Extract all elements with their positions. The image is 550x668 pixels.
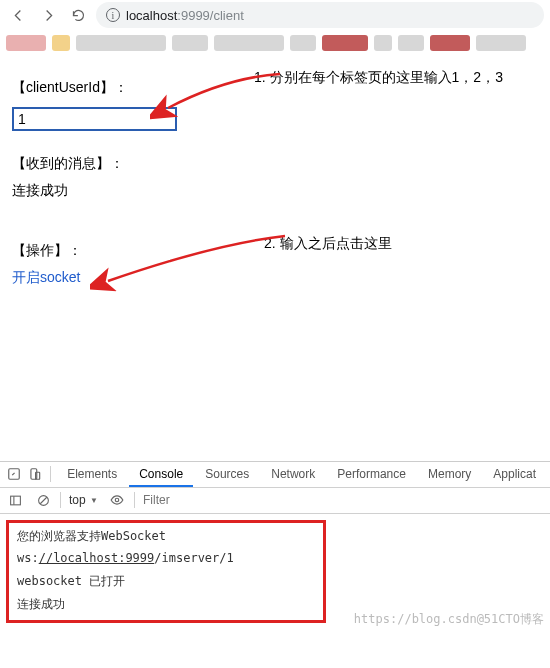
page-content: 【clientUserId】： 【收到的消息】： 连接成功 【操作】： 开启so… [0,56,550,461]
eye-icon[interactable] [106,493,128,507]
device-icon[interactable] [25,467,44,481]
url-text: localhost:9999/client [126,8,244,23]
console-toolbar: top ▼ [0,488,550,514]
client-id-input[interactable] [12,107,177,131]
tab-performance[interactable]: Performance [327,461,416,487]
divider [134,492,135,508]
console-highlight-box: 您的浏览器支持WebSocket ws://localhost:9999/ims… [6,520,326,623]
console-filter-input[interactable] [141,491,546,509]
svg-rect-3 [10,496,20,505]
clear-console-icon[interactable] [32,494,54,507]
bookmarks-bar [0,30,550,56]
operation-label: 【操作】： [12,237,538,264]
client-id-label: 【clientUserId】： [12,74,538,101]
console-line: ws://localhost:9999/imserver/1 [17,547,315,570]
console-line: 连接成功 [17,593,315,616]
divider [50,466,51,482]
tab-network[interactable]: Network [261,461,325,487]
reload-button[interactable] [66,3,90,27]
open-socket-link[interactable]: 开启socket [12,269,80,285]
tab-sources[interactable]: Sources [195,461,259,487]
arrow-right-icon [41,8,56,23]
devtools-panel: Elements Console Sources Network Perform… [0,461,550,633]
arrow-left-icon [11,8,26,23]
svg-point-7 [115,498,119,502]
devtools-tabs: Elements Console Sources Network Perform… [0,462,550,488]
tab-elements[interactable]: Elements [57,461,127,487]
console-line: 您的浏览器支持WebSocket [17,525,315,548]
scope-select-wrap[interactable]: top [67,493,100,507]
browser-toolbar: i localhost:9999/client [0,0,550,30]
scope-select[interactable]: top [67,493,100,507]
divider [60,492,61,508]
watermark: https://blog.csdn@51CTO博客 [354,608,544,631]
info-icon: i [106,8,120,22]
back-button[interactable] [6,3,30,27]
received-message: 连接成功 [12,177,538,204]
forward-button[interactable] [36,3,60,27]
tab-console[interactable]: Console [129,461,193,487]
tab-application[interactable]: Applicat [483,461,546,487]
console-sidebar-icon[interactable] [4,494,26,507]
tab-memory[interactable]: Memory [418,461,481,487]
inspect-icon[interactable] [4,467,23,481]
reload-icon [71,8,86,23]
received-label: 【收到的消息】： [12,150,538,177]
address-bar[interactable]: i localhost:9999/client [96,2,544,28]
svg-line-6 [40,497,47,504]
console-line: websocket 已打开 [17,570,315,593]
console-body: 您的浏览器支持WebSocket ws://localhost:9999/ims… [0,514,550,633]
